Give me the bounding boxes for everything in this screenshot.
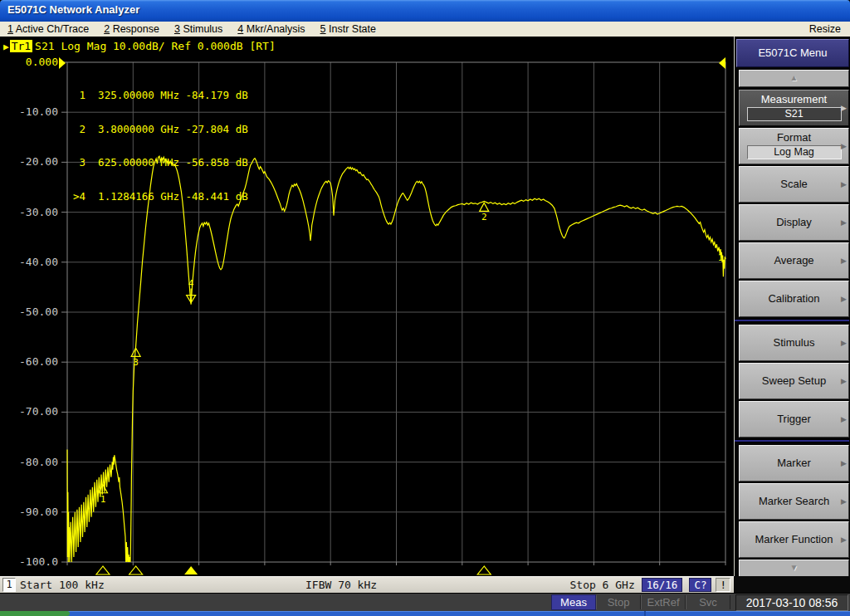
menu-accel: 2 — [104, 23, 110, 35]
menu-accel: 4 — [237, 23, 243, 35]
menu-accel: 1 — [7, 23, 13, 35]
reference-level-left-icon — [59, 57, 66, 69]
softkey-scroll-up-button[interactable]: ▲ — [739, 70, 849, 87]
stimulus-marker-icon — [129, 566, 143, 574]
submenu-arrow-icon: ▶ — [841, 377, 847, 385]
stimulus-marker-icon — [184, 566, 198, 574]
instrument-status-bar: Meas Stop ExtRef Svc 2017-03-10 08:56 — [0, 593, 850, 611]
softkey-label: Marker — [740, 446, 848, 469]
marker-icon — [480, 203, 489, 211]
start-frequency: Start 100 kHz — [20, 579, 105, 591]
marker-number: 2 — [481, 212, 487, 222]
submenu-arrow-icon: ▶ — [841, 104, 847, 112]
softkey-label: Measurement — [740, 90, 848, 105]
menu-active-ch-trace[interactable]: 1 Active Ch/Trace — [0, 23, 96, 35]
submenu-arrow-icon: ▶ — [841, 142, 847, 150]
submenu-arrow-icon: ▶ — [841, 218, 847, 227]
softkey-scale[interactable]: Scale ▶ — [739, 166, 849, 203]
menu-label: Response — [113, 23, 159, 35]
menu-bar: 1 Active Ch/Trace 2 Response 3 Stimulus … — [0, 22, 850, 37]
state-stop: Stop — [596, 595, 641, 609]
cal-status-badge: C? — [689, 578, 711, 592]
softkey-label: Calibration — [740, 281, 848, 305]
state-extref: ExtRef — [641, 595, 686, 609]
submenu-arrow-icon: ▶ — [841, 497, 847, 506]
submenu-arrow-icon: ▶ — [841, 180, 847, 188]
softkey-marker-search[interactable]: Marker Search ▶ — [739, 483, 849, 520]
trace-end-number: 1 — [718, 252, 724, 263]
marker-number: 4 — [188, 278, 194, 289]
app-window: E5071C Network Analyzer 1 Active Ch/Trac… — [0, 0, 850, 616]
datetime-display: 2017-03-10 08:56 — [735, 594, 848, 611]
menu-label: Stimulus — [183, 23, 222, 35]
submenu-arrow-icon: ▶ — [841, 459, 847, 467]
channel-number-box: 1 — [2, 578, 16, 592]
stimulus-marker-icon — [477, 566, 491, 574]
softkey-menu-title: E5071C Menu — [736, 39, 849, 67]
window-titlebar[interactable]: E5071C Network Analyzer — [0, 0, 850, 22]
softkey-menu: E5071C Menu ▲ Measurement S21 ▶ Format L… — [734, 37, 850, 576]
softkey-format[interactable]: Format Log Mag ▶ — [739, 128, 849, 164]
windows-taskbar[interactable] — [0, 611, 850, 616]
softkey-label: Scale — [740, 167, 848, 190]
marker-table-row: >4 1.1284166 GHz -48.441 dB — [73, 191, 248, 203]
averaging-count-badge: 16/16 — [642, 578, 683, 592]
warning-indicator: ! — [716, 578, 730, 592]
menu-label: Active Ch/Trace — [16, 23, 89, 35]
softkey-sweep-setup[interactable]: Sweep Setup ▶ — [739, 363, 849, 399]
softkey-label: Display — [740, 205, 848, 228]
channel-status-bar: 1 Start 100 kHz IFBW 70 kHz Stop 6 GHz 1… — [0, 576, 734, 593]
softkey-label: Average — [740, 243, 848, 266]
scroll-down-icon: ▼ — [790, 563, 799, 572]
submenu-arrow-icon: ▶ — [841, 295, 847, 303]
marker-number: 3 — [133, 357, 139, 368]
softkey-marker-function[interactable]: Marker Function ▶ — [739, 521, 849, 558]
taskbar-highlight — [0, 611, 850, 612]
menu-resize[interactable]: Resize — [802, 23, 850, 35]
softkey-label: Marker Function — [740, 522, 848, 545]
window-title: E5071C Network Analyzer — [0, 0, 139, 16]
softkey-label: Trigger — [740, 402, 848, 425]
marker-table-row: 2 3.8000000 GHz -27.804 dB — [73, 124, 248, 135]
taskbar-divider — [644, 611, 646, 616]
menu-mkr-analysis[interactable]: 4 Mkr/Analysis — [230, 23, 312, 35]
scroll-up-icon: ▲ — [790, 73, 799, 82]
softkey-measurement[interactable]: Measurement S21 ▶ — [739, 90, 849, 126]
softkey-value: S21 — [747, 107, 842, 121]
softkey-display[interactable]: Display ▶ — [739, 204, 849, 241]
menu-label: Mkr/Analysis — [247, 23, 305, 35]
softkey-label: Stimulus — [740, 325, 848, 349]
softkey-scroll-down-button[interactable]: ▼ — [739, 560, 849, 577]
reference-level-right-icon — [719, 57, 725, 69]
softkey-marker[interactable]: Marker ▶ — [739, 445, 849, 482]
menu-accel: 5 — [320, 23, 326, 35]
stimulus-marker-icon — [96, 566, 110, 574]
marker-number: 1 — [100, 494, 106, 505]
submenu-arrow-icon: ▶ — [841, 535, 847, 544]
submenu-arrow-icon: ▶ — [841, 339, 847, 347]
menu-stimulus[interactable]: 3 Stimulus — [167, 23, 230, 35]
submenu-arrow-icon: ▶ — [841, 415, 847, 423]
softkey-label: Format — [740, 129, 848, 144]
menu-instr-state[interactable]: 5 Instr State — [313, 23, 383, 35]
stop-frequency: Stop 6 GHz — [569, 579, 634, 591]
menu-accel: 3 — [174, 23, 180, 35]
softkey-trigger[interactable]: Trigger ▶ — [739, 401, 849, 438]
softkey-value: Log Mag — [747, 145, 842, 159]
state-meas: Meas — [551, 594, 596, 610]
analyzer-screen: ▶Tr1S21 Log Mag 10.00dB/ Ref 0.000dB [RT… — [0, 37, 734, 576]
softkey-label: Sweep Setup — [740, 364, 848, 387]
softkey-separator — [734, 319, 849, 322]
marker-table-row: 3 625.00000 MHz -56.858 dB — [73, 157, 248, 169]
softkey-separator — [734, 439, 849, 442]
softkey-average[interactable]: Average ▶ — [739, 242, 849, 279]
marker-table-row: 1 325.00000 MHz -84.179 dB — [73, 90, 248, 101]
state-svc: Svc — [686, 595, 730, 609]
menu-response[interactable]: 2 Response — [96, 23, 167, 35]
softkey-calibration[interactable]: Calibration ▶ — [739, 281, 849, 317]
status-corner-filler — [734, 576, 850, 593]
menu-label: Instr State — [329, 23, 376, 35]
softkey-stimulus[interactable]: Stimulus ▶ — [739, 325, 849, 361]
submenu-arrow-icon: ▶ — [841, 257, 847, 265]
start-button[interactable] — [0, 611, 70, 616]
